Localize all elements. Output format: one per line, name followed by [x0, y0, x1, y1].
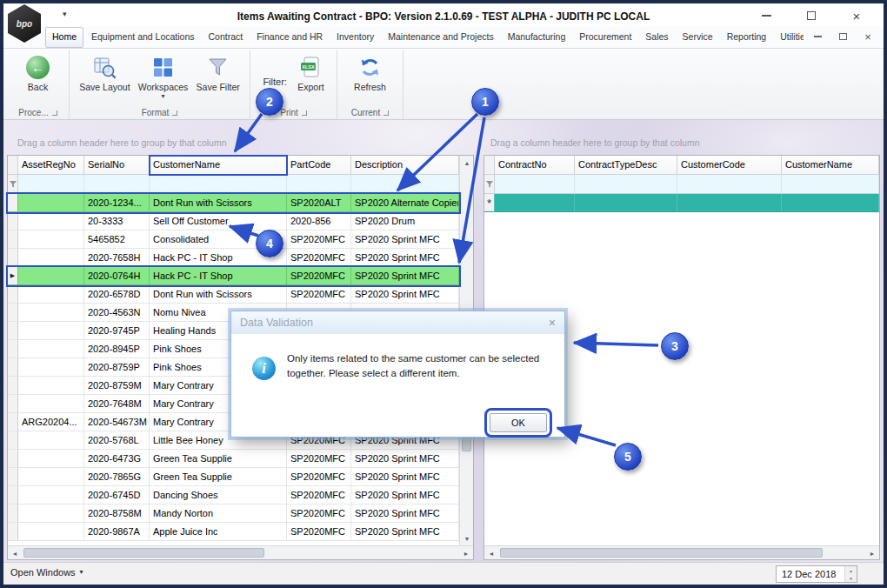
scrollbar-thumb[interactable]: [23, 548, 264, 558]
column-header-customername[interactable]: CustomerName: [150, 156, 287, 175]
cell-part[interactable]: 2020-856: [287, 212, 351, 231]
cell-asset[interactable]: [18, 395, 84, 413]
cell-desc[interactable]: SP2020 Sprint MFC: [351, 267, 459, 285]
cell-asset[interactable]: [18, 231, 84, 249]
cell-customer[interactable]: Dont Run with Scissors: [150, 194, 287, 212]
menu-tab-sales[interactable]: Sales: [639, 27, 674, 48]
column-header-assetregno[interactable]: AssetRegNo: [18, 156, 84, 175]
menu-tab-service[interactable]: Service: [677, 27, 719, 48]
cell-contracttypedesc[interactable]: [575, 194, 677, 212]
cell-serial[interactable]: 2020-7658H: [84, 249, 150, 267]
scroll-left-icon[interactable]: ◄: [8, 546, 22, 560]
cell-serial[interactable]: 2020-9745P: [84, 322, 150, 340]
cell-desc[interactable]: SP2020 Sprint MFC: [351, 523, 459, 541]
column-header-contracttypedesc[interactable]: ContractTypeDesc: [575, 156, 677, 175]
filter-cell-contractno[interactable]: [495, 175, 575, 194]
cell-asset[interactable]: [18, 194, 84, 212]
table-row[interactable]: 20-3333Sell Off Customer2020-856SP2020 D…: [8, 212, 459, 231]
cell-serial[interactable]: 2020-8759M: [84, 377, 150, 395]
horizontal-scrollbar[interactable]: ◄ ►: [8, 545, 473, 559]
table-row[interactable]: 2020-7658HHack PC - IT ShopSP2020MFCSP20…: [8, 249, 459, 267]
cell-serial[interactable]: 2020-7865G: [84, 468, 150, 486]
mdi-minimize-button[interactable]: [810, 30, 824, 43]
table-row[interactable]: 5465852ConsolidatedSP2020MFCSP2020 Sprin…: [8, 231, 459, 249]
cell-contractno[interactable]: [495, 194, 575, 212]
mdi-restore-button[interactable]: [836, 30, 850, 43]
minimize-button[interactable]: [755, 9, 777, 23]
cell-serial[interactable]: 2020-8758M: [84, 504, 150, 523]
table-row[interactable]: 2020-6473GGreen Tea SupplieSP2020MFCSP20…: [8, 450, 459, 468]
quick-access-chevron-icon[interactable]: ▾: [63, 10, 67, 18]
filter-cell-assetregno[interactable]: [18, 175, 84, 194]
scroll-right-icon[interactable]: ►: [865, 546, 879, 560]
filter-cell-description[interactable]: [351, 175, 459, 194]
table-row[interactable]: 2020-9867AApple Juice IncSP2020MFCSP2020…: [8, 523, 459, 541]
cell-customer[interactable]: Green Tea Supplie: [150, 450, 287, 468]
column-header-customercode[interactable]: CustomerCode: [677, 156, 782, 175]
scroll-right-icon[interactable]: ►: [459, 546, 473, 560]
cell-desc[interactable]: SP2020 Sprint MFC: [351, 504, 459, 523]
cell-serial[interactable]: 2020-8759P: [84, 358, 150, 377]
cell-desc[interactable]: SP2020 Alternate Copier: [351, 194, 459, 212]
dialog-launcher-icon[interactable]: [383, 110, 389, 116]
cell-serial[interactable]: 2020-9867A: [84, 523, 150, 541]
scrollbar-thumb[interactable]: [500, 548, 823, 558]
cell-serial[interactable]: 2020-6578D: [84, 285, 150, 304]
date-picker[interactable]: 12 Dec 2018 ▴ ▾: [776, 565, 857, 583]
cell-asset[interactable]: [18, 267, 84, 285]
cell-asset[interactable]: [18, 212, 84, 231]
cell-serial[interactable]: 2020-1234...: [84, 194, 150, 212]
cell-part[interactable]: SP2020MFC: [287, 285, 351, 304]
spinner-down-icon[interactable]: ▾: [845, 574, 857, 582]
table-row[interactable]: 2020-6578DDont Run with ScissorsSP2020MF…: [8, 285, 459, 304]
menu-tab-manufacturing[interactable]: Manufacturing: [502, 27, 572, 48]
cell-part[interactable]: SP2020ALT: [287, 194, 351, 212]
cell-asset[interactable]: [18, 304, 84, 322]
menu-tab-home[interactable]: Home: [45, 27, 83, 48]
filter-cell-customername[interactable]: [150, 175, 287, 194]
scroll-up-icon[interactable]: ▲: [460, 156, 474, 170]
workspaces-button[interactable]: Workspaces ▾: [138, 52, 189, 98]
cell-serial[interactable]: 5465852: [84, 231, 150, 249]
cell-part[interactable]: SP2020MFC: [287, 504, 351, 523]
cell-serial[interactable]: 2020-7648M: [84, 395, 150, 413]
cell-desc[interactable]: SP2020 Sprint MFC: [351, 285, 459, 304]
cell-desc[interactable]: SP2020 Sprint MFC: [351, 249, 459, 267]
table-row[interactable]: ▶2020-0764HHack PC - IT ShopSP2020MFCSP2…: [8, 267, 459, 285]
column-header-serialno[interactable]: SerialNo: [84, 156, 150, 175]
cell-customer[interactable]: Hack PC - IT Shop: [150, 267, 287, 285]
column-header-contractno[interactable]: ContractNo: [495, 156, 575, 175]
cell-customer[interactable]: Green Tea Supplie: [150, 468, 287, 486]
cell-serial[interactable]: 2020-6473G: [84, 450, 150, 468]
cell-serial[interactable]: 2020-0764H: [84, 267, 150, 285]
cell-part[interactable]: SP2020MFC: [287, 267, 351, 285]
cell-part[interactable]: SP2020MFC: [287, 468, 351, 486]
filter-cell-contracttypedesc[interactable]: [575, 175, 677, 194]
cell-part[interactable]: SP2020MFC: [287, 486, 351, 504]
cell-asset[interactable]: [18, 358, 84, 377]
cell-serial[interactable]: 20-3333: [84, 212, 150, 231]
cell-asset[interactable]: [18, 523, 84, 541]
column-header-partcode[interactable]: PartCode: [287, 156, 351, 175]
table-row[interactable]: 2020-1234...Dont Run with ScissorsSP2020…: [8, 194, 459, 212]
cell-asset[interactable]: [18, 249, 84, 267]
open-windows-button[interactable]: Open Windows ▾: [10, 567, 83, 578]
save-layout-button[interactable]: Save Layout: [79, 52, 130, 92]
scroll-down-icon[interactable]: ▼: [460, 531, 474, 545]
cell-asset[interactable]: ARG20204...: [18, 413, 84, 431]
filter-cell-partcode[interactable]: [287, 175, 351, 194]
menu-tab-utilities[interactable]: Utilities: [774, 27, 804, 48]
table-row[interactable]: 2020-7865GGreen Tea SupplieSP2020MFCSP20…: [8, 468, 459, 486]
cell-part[interactable]: SP2020MFC: [287, 523, 351, 541]
table-row[interactable]: 2020-6745DDancing ShoesSP2020MFCSP2020 S…: [8, 486, 459, 504]
menu-tab-procurement[interactable]: Procurement: [573, 27, 637, 48]
column-header-customername[interactable]: CustomerName: [782, 156, 879, 175]
cell-asset[interactable]: [18, 377, 84, 395]
cell-asset[interactable]: [18, 504, 84, 523]
cell-serial[interactable]: 2020-54673M: [84, 413, 150, 431]
maximize-button[interactable]: [800, 9, 823, 23]
export-button[interactable]: XLSX Export: [297, 52, 323, 92]
ok-button[interactable]: OK: [490, 413, 547, 432]
back-button[interactable]: ← Back: [26, 52, 50, 92]
cell-desc[interactable]: SP2020 Sprint MFC: [351, 468, 459, 486]
